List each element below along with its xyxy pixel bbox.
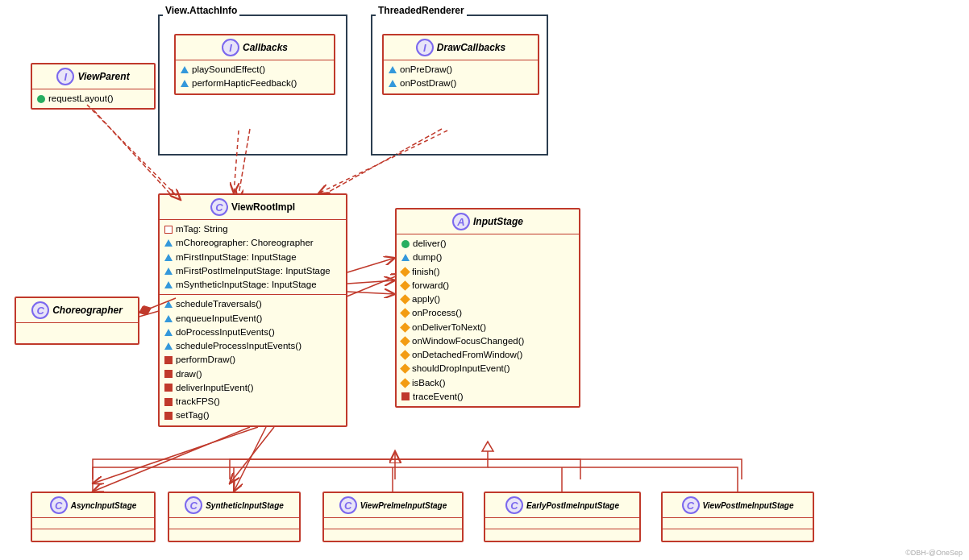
viewparent-name: ViewParent — [77, 71, 129, 82]
synthetic-name: SyntheticInputStage — [206, 501, 284, 510]
method-ondelivertonext: onDeliverToNext() — [401, 321, 574, 334]
inputstage-methods: deliver() dump() finish() forward() appl… — [397, 234, 579, 406]
method-requestlayout-text: requestLayout() — [48, 92, 114, 106]
diamond-detached — [400, 350, 410, 360]
viewattachinfo-title: View.AttachInfo — [163, 5, 239, 16]
callbacks-header: I Callbacks — [176, 35, 334, 60]
method-dump: dump() — [401, 251, 574, 264]
async-name: AsyncInputStage — [71, 501, 137, 510]
choreographer-name: Choreographer — [52, 305, 123, 316]
diamond-ondeliver — [400, 322, 410, 333]
method-performdraw: performDraw() — [164, 353, 341, 367]
threadedrenderer-title: ThreadedRenderer — [376, 5, 467, 16]
sq-icon-s1 — [164, 356, 173, 364]
callbacks-name: Callbacks — [243, 42, 288, 53]
svg-line-17 — [347, 292, 395, 294]
method-requestlayout: requestLayout() — [37, 92, 149, 106]
viewpostime-stereotype: C — [682, 496, 700, 514]
viewparent-stereotype: I — [56, 68, 74, 85]
drawcallbacks-methods: onPreDraw() onPostDraw() — [384, 60, 538, 93]
svg-line-20 — [93, 427, 250, 492]
method-scheduletraversals: scheduleTraversals() — [164, 297, 341, 311]
method-trackfps: trackFPS() — [164, 395, 341, 409]
drawcallbacks-header: I DrawCallbacks — [384, 35, 538, 60]
field-icon1 — [164, 226, 173, 234]
async-empty — [32, 518, 154, 529]
diamond-finish — [400, 267, 410, 277]
field-msyntheticinputstage: mSyntheticInputStage: InputStage — [164, 278, 341, 292]
async-empty2 — [32, 529, 154, 541]
viewrootimpl-stereotype: C — [210, 198, 228, 216]
diamond-shoulddrop — [400, 364, 410, 375]
viewrootimpl-methods: scheduleTraversals() enqueueInputEvent()… — [160, 295, 346, 425]
triangle-icon2 — [181, 80, 189, 87]
field-mfirstpostimeinputstage: mFirstPostImeInputStage: InputStage — [164, 264, 341, 278]
method-scheduleprocessinput: scheduleProcessInputEvents() — [164, 339, 341, 353]
earlypostimeinputstage-class: C EarlyPostImeInputStage — [484, 492, 641, 542]
inputstage-class: A InputStage deliver() dump() finish() f… — [395, 208, 580, 408]
asyncinputstage-class: C AsyncInputStage — [31, 492, 156, 542]
threadedrenderer-container: ThreadedRenderer I DrawCallbacks onPreDr… — [371, 15, 548, 156]
viewparent-methods: requestLayout() — [32, 89, 154, 108]
async-header: C AsyncInputStage — [32, 493, 154, 518]
async-stereotype: C — [50, 496, 68, 514]
field-icon5 — [164, 281, 173, 288]
callbacks-methods: playSoundEffect() performHapticFeedback(… — [176, 60, 334, 93]
drawcallbacks-class: I DrawCallbacks onPreDraw() onPostDraw() — [382, 34, 539, 95]
method-enqueueinput: enqueueInputEvent() — [164, 312, 341, 326]
viewrootimpl-name: ViewRootImpl — [231, 201, 295, 213]
drawcallbacks-name: DrawCallbacks — [437, 42, 505, 53]
inputstage-header: A InputStage — [397, 209, 579, 234]
method-settag: setTag() — [164, 409, 341, 422]
method-onpostdraw: onPostDraw() — [389, 77, 533, 90]
method-forward: forward() — [401, 279, 574, 292]
field-icon4 — [164, 268, 173, 275]
method-deliverinput: deliverInputEvent() — [164, 381, 341, 395]
sq-icon-s3 — [164, 384, 173, 392]
method-onpredraw: onPreDraw() — [389, 63, 533, 77]
viewpreimeinputstage-class: C ViewPreImeInputStage — [322, 492, 464, 542]
svg-marker-19 — [482, 442, 493, 451]
synthetic-empty — [169, 518, 299, 529]
field-icon3 — [164, 254, 173, 261]
synthetic-header: C SyntheticInputStage — [169, 493, 299, 518]
callbacks-class: I Callbacks playSoundEffect() performHap… — [174, 34, 335, 95]
inputstage-name: InputStage — [473, 216, 523, 227]
synthetic-empty2 — [169, 529, 299, 541]
method-draw: draw() — [164, 367, 341, 381]
sq-icon-s2 — [164, 370, 173, 378]
svg-line-21 — [234, 427, 266, 492]
callbacks-stereotype: I — [222, 39, 239, 56]
triangle-icon3 — [389, 66, 397, 73]
method-isback: isBack() — [401, 376, 574, 390]
viewpostimename: ViewPostImeInputStage — [703, 501, 794, 510]
choreographer-class: C Choreographer — [15, 297, 139, 345]
viewpreime-empty — [324, 518, 462, 529]
earlypostime-name: EarlyPostImeInputStage — [526, 501, 619, 510]
viewrootimpl-header: C ViewRootImpl — [160, 195, 346, 220]
field-mchoreographer: mChoreographer: Choreographer — [164, 236, 341, 250]
viewparent-header: I ViewParent — [32, 64, 154, 89]
synthetic-stereotype: C — [185, 496, 202, 514]
green-circle-icon — [37, 95, 45, 103]
syntheticinputstage-class: C SyntheticInputStage — [168, 492, 301, 542]
method-hapticfeedback: performHapticFeedback() — [181, 77, 329, 90]
earlypostime-header: C EarlyPostImeInputStage — [485, 493, 639, 518]
choreographer-stereotype: C — [31, 301, 49, 319]
sq-icon-s5 — [164, 412, 173, 420]
diamond-forward — [400, 280, 410, 291]
viewpreime-header: C ViewPreImeInputStage — [324, 493, 462, 518]
inputstage-stereotype: A — [452, 213, 470, 230]
tri-icon-s3 — [164, 329, 173, 336]
svg-line-15 — [347, 258, 395, 272]
method-shoulddrop: shouldDropInputEvent() — [401, 362, 574, 375]
method-onwindowfocus: onWindowFocusChanged() — [401, 334, 574, 348]
sq-trace — [401, 392, 410, 400]
viewpostimeheader: C ViewPostImeInputStage — [663, 493, 813, 518]
diagram-container: Choreographer (field ref) --> I ViewPare… — [0, 0, 969, 560]
viewrootimpl-fields: mTag: String mChoreographer: Choreograph… — [160, 220, 346, 295]
tri-icon-s1 — [164, 301, 173, 308]
method-doprocessinput: doProcessInputEvents() — [164, 326, 341, 339]
svg-line-8 — [230, 427, 274, 483]
choreographer-header: C Choreographer — [16, 298, 138, 323]
